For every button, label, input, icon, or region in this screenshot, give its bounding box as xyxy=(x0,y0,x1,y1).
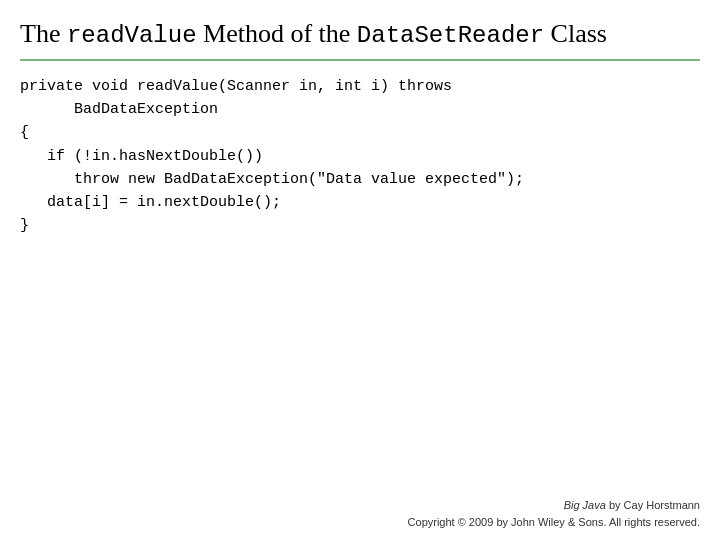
code-line-7: } xyxy=(20,214,700,237)
title-middle1: Method of the xyxy=(197,19,357,48)
footer-book-title: Big Java xyxy=(564,499,606,511)
footer-copyright: Copyright © 2009 by John Wiley & Sons. A… xyxy=(408,516,700,528)
title-prefix: The xyxy=(20,19,67,48)
title-class2: DataSetReader xyxy=(357,22,544,49)
footer-author: by Cay Horstmann xyxy=(606,499,700,511)
title-section: The readValue Method of the DataSetReade… xyxy=(20,18,700,61)
code-line-3: { xyxy=(20,121,700,144)
code-block: private void readValue(Scanner in, int i… xyxy=(20,75,700,487)
code-line-6: data[i] = in.nextDouble(); xyxy=(20,191,700,214)
code-line-4: if (!in.hasNextDouble()) xyxy=(20,145,700,168)
page: The readValue Method of the DataSetReade… xyxy=(0,0,720,540)
code-line-2: BadDataException xyxy=(20,98,700,121)
code-line-1: private void readValue(Scanner in, int i… xyxy=(20,75,700,98)
footer-text: Big Java by Cay Horstmann Copyright © 20… xyxy=(20,497,700,530)
page-title: The readValue Method of the DataSetReade… xyxy=(20,18,700,51)
code-line-5: throw new BadDataException("Data value e… xyxy=(20,168,700,191)
title-suffix: Class xyxy=(544,19,607,48)
title-class1: readValue xyxy=(67,22,197,49)
footer: Big Java by Cay Horstmann Copyright © 20… xyxy=(20,487,700,530)
